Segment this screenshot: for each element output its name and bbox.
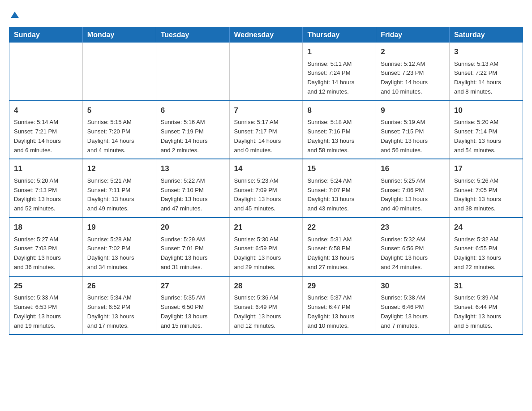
day-info: Sunrise: 5:16 AMSunset: 7:19 PMDaylight:… <box>161 118 225 155</box>
calendar-cell: 11Sunrise: 5:20 AMSunset: 7:13 PMDayligh… <box>9 159 83 218</box>
day-info: Sunrise: 5:18 AMSunset: 7:16 PMDaylight:… <box>307 118 371 155</box>
header-sunday: Sunday <box>9 27 83 43</box>
calendar-header-row: SundayMondayTuesdayWednesdayThursdayFrid… <box>9 27 523 43</box>
day-info: Sunrise: 5:36 AMSunset: 6:49 PMDaylight:… <box>234 293 298 330</box>
svg-marker-0 <box>11 12 19 18</box>
header-saturday: Saturday <box>450 27 523 43</box>
calendar-cell: 27Sunrise: 5:35 AMSunset: 6:50 PMDayligh… <box>156 276 229 335</box>
day-info: Sunrise: 5:19 AMSunset: 7:15 PMDaylight:… <box>381 118 445 155</box>
day-info: Sunrise: 5:13 AMSunset: 7:22 PMDaylight:… <box>454 60 518 97</box>
header-thursday: Thursday <box>303 27 376 43</box>
calendar-cell: 16Sunrise: 5:25 AMSunset: 7:06 PMDayligh… <box>376 159 450 218</box>
day-info: Sunrise: 5:23 AMSunset: 7:09 PMDaylight:… <box>234 176 298 214</box>
day-number: 29 <box>307 280 371 292</box>
day-number: 22 <box>307 222 371 233</box>
day-number: 4 <box>14 105 78 116</box>
day-info: Sunrise: 5:21 AMSunset: 7:11 PMDaylight:… <box>87 176 151 214</box>
day-info: Sunrise: 5:38 AMSunset: 6:46 PMDaylight:… <box>381 293 445 330</box>
day-number: 20 <box>161 222 225 233</box>
calendar-cell: 31Sunrise: 5:39 AMSunset: 6:44 PMDayligh… <box>450 276 523 335</box>
day-info: Sunrise: 5:31 AMSunset: 6:58 PMDaylight:… <box>307 235 371 272</box>
calendar-cell: 22Sunrise: 5:31 AMSunset: 6:58 PMDayligh… <box>303 218 376 276</box>
day-info: Sunrise: 5:14 AMSunset: 7:21 PMDaylight:… <box>14 118 78 155</box>
week-row-1: 1Sunrise: 5:11 AMSunset: 7:24 PMDaylight… <box>9 43 523 101</box>
calendar-cell: 29Sunrise: 5:37 AMSunset: 6:47 PMDayligh… <box>303 276 376 335</box>
header-wednesday: Wednesday <box>229 27 303 43</box>
calendar-cell: 8Sunrise: 5:18 AMSunset: 7:16 PMDaylight… <box>303 101 376 159</box>
calendar-cell: 17Sunrise: 5:26 AMSunset: 7:05 PMDayligh… <box>450 159 523 218</box>
calendar-cell: 28Sunrise: 5:36 AMSunset: 6:49 PMDayligh… <box>229 276 303 335</box>
calendar-table: SundayMondayTuesdayWednesdayThursdayFrid… <box>9 27 523 335</box>
day-number: 7 <box>234 105 298 116</box>
calendar-cell: 18Sunrise: 5:27 AMSunset: 7:03 PMDayligh… <box>9 218 83 276</box>
calendar-cell <box>156 43 229 101</box>
calendar-cell: 2Sunrise: 5:12 AMSunset: 7:23 PMDaylight… <box>376 43 450 101</box>
calendar-cell: 4Sunrise: 5:14 AMSunset: 7:21 PMDaylight… <box>9 101 83 159</box>
day-info: Sunrise: 5:35 AMSunset: 6:50 PMDaylight:… <box>161 293 225 330</box>
day-info: Sunrise: 5:33 AMSunset: 6:53 PMDaylight:… <box>14 293 78 330</box>
calendar-cell: 15Sunrise: 5:24 AMSunset: 7:07 PMDayligh… <box>303 159 376 218</box>
day-info: Sunrise: 5:37 AMSunset: 6:47 PMDaylight:… <box>307 293 371 330</box>
calendar-cell: 14Sunrise: 5:23 AMSunset: 7:09 PMDayligh… <box>229 159 303 218</box>
calendar-cell: 6Sunrise: 5:16 AMSunset: 7:19 PMDaylight… <box>156 101 229 159</box>
header-tuesday: Tuesday <box>156 27 229 43</box>
header-friday: Friday <box>376 27 450 43</box>
day-number: 17 <box>454 163 518 175</box>
day-number: 15 <box>307 163 371 175</box>
day-number: 8 <box>307 105 371 116</box>
calendar-cell: 3Sunrise: 5:13 AMSunset: 7:22 PMDaylight… <box>450 43 523 101</box>
day-number: 9 <box>381 105 445 116</box>
calendar-cell <box>229 43 303 101</box>
day-number: 18 <box>14 222 78 233</box>
day-info: Sunrise: 5:12 AMSunset: 7:23 PMDaylight:… <box>381 60 445 97</box>
day-number: 30 <box>381 280 445 292</box>
day-number: 28 <box>234 280 298 292</box>
calendar-cell: 23Sunrise: 5:32 AMSunset: 6:56 PMDayligh… <box>376 218 450 276</box>
day-number: 31 <box>454 280 518 292</box>
day-info: Sunrise: 5:15 AMSunset: 7:20 PMDaylight:… <box>87 118 151 155</box>
day-info: Sunrise: 5:22 AMSunset: 7:10 PMDaylight:… <box>161 176 225 214</box>
calendar-cell: 26Sunrise: 5:34 AMSunset: 6:52 PMDayligh… <box>82 276 156 335</box>
day-number: 2 <box>381 46 445 58</box>
day-info: Sunrise: 5:34 AMSunset: 6:52 PMDaylight:… <box>87 293 151 330</box>
day-info: Sunrise: 5:20 AMSunset: 7:14 PMDaylight:… <box>454 118 518 155</box>
day-number: 11 <box>14 163 78 175</box>
calendar-cell: 13Sunrise: 5:22 AMSunset: 7:10 PMDayligh… <box>156 159 229 218</box>
day-number: 25 <box>14 280 78 292</box>
day-info: Sunrise: 5:28 AMSunset: 7:02 PMDaylight:… <box>87 235 151 272</box>
week-row-3: 11Sunrise: 5:20 AMSunset: 7:13 PMDayligh… <box>9 159 523 218</box>
day-info: Sunrise: 5:24 AMSunset: 7:07 PMDaylight:… <box>307 176 371 214</box>
day-info: Sunrise: 5:20 AMSunset: 7:13 PMDaylight:… <box>14 176 78 214</box>
calendar-cell <box>9 43 83 101</box>
day-number: 26 <box>87 280 151 292</box>
day-number: 21 <box>234 222 298 233</box>
day-info: Sunrise: 5:30 AMSunset: 6:59 PMDaylight:… <box>234 235 298 272</box>
day-number: 16 <box>381 163 445 175</box>
day-number: 23 <box>381 222 445 233</box>
logo <box>9 9 20 18</box>
day-number: 3 <box>454 46 518 58</box>
day-number: 13 <box>161 163 225 175</box>
day-info: Sunrise: 5:29 AMSunset: 7:01 PMDaylight:… <box>161 235 225 272</box>
day-info: Sunrise: 5:11 AMSunset: 7:24 PMDaylight:… <box>307 60 371 97</box>
week-row-5: 25Sunrise: 5:33 AMSunset: 6:53 PMDayligh… <box>9 276 523 335</box>
calendar-cell: 21Sunrise: 5:30 AMSunset: 6:59 PMDayligh… <box>229 218 303 276</box>
calendar-cell: 7Sunrise: 5:17 AMSunset: 7:17 PMDaylight… <box>229 101 303 159</box>
day-info: Sunrise: 5:27 AMSunset: 7:03 PMDaylight:… <box>14 235 78 272</box>
day-info: Sunrise: 5:17 AMSunset: 7:17 PMDaylight:… <box>234 118 298 155</box>
page-header <box>9 9 523 18</box>
day-info: Sunrise: 5:32 AMSunset: 6:56 PMDaylight:… <box>381 235 445 272</box>
calendar-cell: 25Sunrise: 5:33 AMSunset: 6:53 PMDayligh… <box>9 276 83 335</box>
calendar-cell <box>82 43 156 101</box>
week-row-4: 18Sunrise: 5:27 AMSunset: 7:03 PMDayligh… <box>9 218 523 276</box>
day-info: Sunrise: 5:32 AMSunset: 6:55 PMDaylight:… <box>454 235 518 272</box>
week-row-2: 4Sunrise: 5:14 AMSunset: 7:21 PMDaylight… <box>9 101 523 159</box>
calendar-cell: 12Sunrise: 5:21 AMSunset: 7:11 PMDayligh… <box>82 159 156 218</box>
day-info: Sunrise: 5:26 AMSunset: 7:05 PMDaylight:… <box>454 176 518 214</box>
logo-triangle-icon <box>10 10 20 20</box>
calendar-cell: 19Sunrise: 5:28 AMSunset: 7:02 PMDayligh… <box>82 218 156 276</box>
day-number: 24 <box>454 222 518 233</box>
day-number: 12 <box>87 163 151 175</box>
day-number: 27 <box>161 280 225 292</box>
header-monday: Monday <box>82 27 156 43</box>
